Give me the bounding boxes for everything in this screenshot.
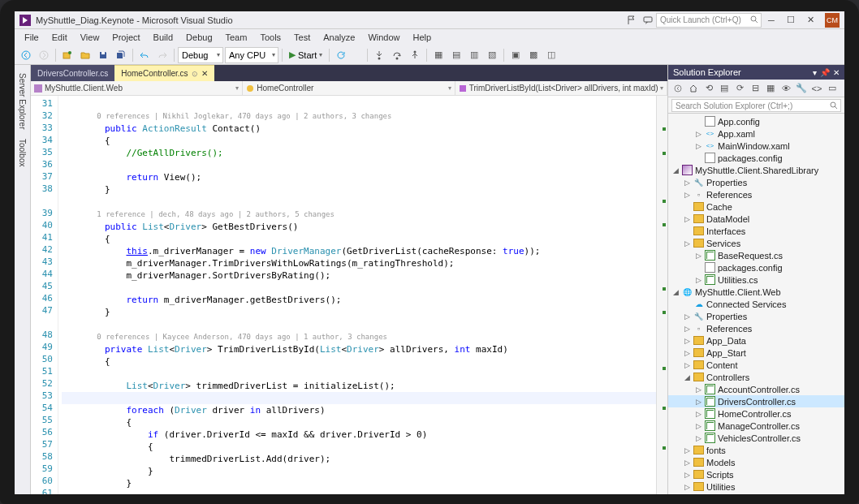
tree-node[interactable]: ◢MyShuttle.Client.Web [668,286,844,298]
tree-node[interactable]: Interfaces [668,225,844,237]
expand-icon[interactable]: ▷ [694,398,702,406]
expand-icon[interactable]: ▷ [683,349,691,357]
platform-combo[interactable]: Any CPU [225,47,278,63]
se-viewcode-button[interactable]: <> [810,82,823,95]
expand-icon[interactable]: ▷ [694,422,702,430]
open-file-button[interactable] [77,47,93,63]
flag-icon[interactable] [626,15,637,26]
tool-button-3[interactable]: ▥ [466,47,482,63]
se-home-button[interactable] [687,82,700,95]
tree-node[interactable]: ▷MainWindow.xaml [668,140,844,152]
expand-icon[interactable]: ▷ [694,434,702,442]
tool-button-4[interactable]: ▧ [484,47,500,63]
tab-home-controller[interactable]: HomeController.cs ⊙ ✕ [114,65,214,81]
tree-node[interactable]: ▷fonts [668,444,844,456]
expand-icon[interactable]: ▷ [694,386,702,394]
expand-icon[interactable]: ▷ [694,142,702,150]
se-back-button[interactable] [671,82,684,95]
tree-node[interactable]: ▷Utilities.cs [668,274,844,286]
tree-node[interactable]: ▷References [668,322,844,334]
nav-class-combo[interactable]: HomeController [243,81,455,95]
nav-project-combo[interactable]: MyShuttle.Client.Web [31,81,243,95]
tree-node[interactable]: ▷DataModel [668,213,844,225]
menu-tools[interactable]: Tools [253,31,287,44]
close-button[interactable]: ✕ [801,15,820,25]
tree-node[interactable]: ▷Content [668,359,844,371]
expand-icon[interactable]: ▷ [683,337,691,345]
expand-icon[interactable]: ▷ [683,459,691,467]
save-button[interactable] [95,47,111,63]
tree-node[interactable]: ▷Properties [668,176,844,188]
user-badge[interactable]: CM [825,13,840,28]
tree-node[interactable]: packages.config [668,152,844,164]
minimize-button[interactable]: ─ [762,15,781,25]
menu-view[interactable]: View [74,31,106,44]
tree-node[interactable]: ▷VehiclesController.cs [668,432,844,444]
menu-team[interactable]: Team [219,31,254,44]
expand-icon[interactable]: ▷ [683,179,691,187]
nav-member-combo[interactable]: TrimDriverListById(List<Driver> allDrive… [455,81,667,95]
solution-tree[interactable]: App.config▷App.xaml▷MainWindow.xamlpacka… [668,114,844,494]
tab-drivers-controller[interactable]: DriversController.cs [31,65,114,81]
pin-icon[interactable]: ⊙ [192,70,198,78]
side-tab-toolbox[interactable]: Toolbox [16,134,28,171]
nav-fwd-button[interactable] [36,47,52,63]
expand-icon[interactable]: ▷ [683,483,691,491]
new-project-button[interactable] [59,47,76,63]
tree-node[interactable]: packages.config [668,261,844,274]
tree-node[interactable]: ▷Utilities [668,480,844,493]
menu-window[interactable]: Window [361,31,406,44]
tree-node[interactable]: ▷App.xaml [668,127,844,140]
redo-button[interactable] [154,47,171,63]
tool-button-2[interactable]: ▤ [448,47,464,63]
step-out-button[interactable] [407,47,423,63]
expand-icon[interactable]: ▷ [683,191,691,199]
tree-node[interactable]: ◢MyShuttle.Client.SharedLibrary [668,164,844,176]
pin-icon[interactable]: 📌 [820,68,830,77]
save-all-button[interactable] [113,47,129,63]
menu-file[interactable]: File [18,31,45,44]
window-dropdown-icon[interactable]: ▾ [813,68,817,77]
menu-analyze[interactable]: Analyze [317,31,361,44]
tree-node[interactable]: ◢Controllers [668,371,844,383]
tool-button-1[interactable]: ▦ [430,47,447,63]
expand-icon[interactable]: ▷ [683,471,691,479]
step-over-button[interactable] [389,47,405,63]
code-content[interactable]: 0 references | Nikhil Joglekar, 470 days… [58,96,656,494]
feedback-icon[interactable] [642,15,654,26]
tool-button-6[interactable]: ▩ [525,47,542,63]
tool-button-5[interactable]: ▣ [507,47,524,63]
menu-build[interactable]: Build [147,31,179,44]
close-panel-button[interactable]: ✕ [833,68,840,77]
se-showall-button[interactable]: ▦ [764,82,777,95]
se-refresh-button[interactable]: ⟳ [733,82,746,95]
step-into-button[interactable] [371,47,387,63]
browser-link-refresh-button[interactable] [333,47,349,63]
tree-node[interactable]: ▷HomeController.cs [668,407,844,420]
tree-node[interactable]: ▷Properties [668,310,844,322]
expand-icon[interactable]: ▷ [694,130,702,138]
maximize-button[interactable]: ☐ [781,15,801,25]
se-viewdesign-button[interactable]: ▭ [826,82,839,95]
tree-node[interactable]: ▷AccountController.cs [668,383,844,395]
menu-project[interactable]: Project [106,31,146,44]
menu-edit[interactable]: Edit [45,31,74,44]
tool-button-7[interactable]: ◫ [543,47,559,63]
se-search-input[interactable]: Search Solution Explorer (Ctrl+;) [671,99,841,112]
expand-icon[interactable]: ▷ [683,215,691,223]
se-preview-button[interactable]: 👁 [779,82,792,95]
expand-icon[interactable]: ▷ [683,446,691,454]
menu-debug[interactable]: Debug [179,31,218,44]
undo-button[interactable] [136,47,153,63]
expand-icon[interactable]: ▷ [683,312,691,321]
expand-icon[interactable]: ▷ [694,276,702,284]
expand-icon[interactable]: ▷ [683,361,691,369]
code-editor[interactable]: 3132333435363738 394041424344454647 4849… [31,96,667,494]
overview-ruler[interactable] [656,96,667,494]
se-collapseall-button[interactable]: ⊟ [749,82,762,95]
tree-node[interactable]: App.config [668,115,844,127]
tree-node[interactable]: ▷ManageController.cs [668,420,844,432]
close-tab-button[interactable]: ✕ [201,69,208,78]
menu-help[interactable]: Help [407,31,438,44]
tree-node[interactable]: ▷Scripts [668,468,844,480]
